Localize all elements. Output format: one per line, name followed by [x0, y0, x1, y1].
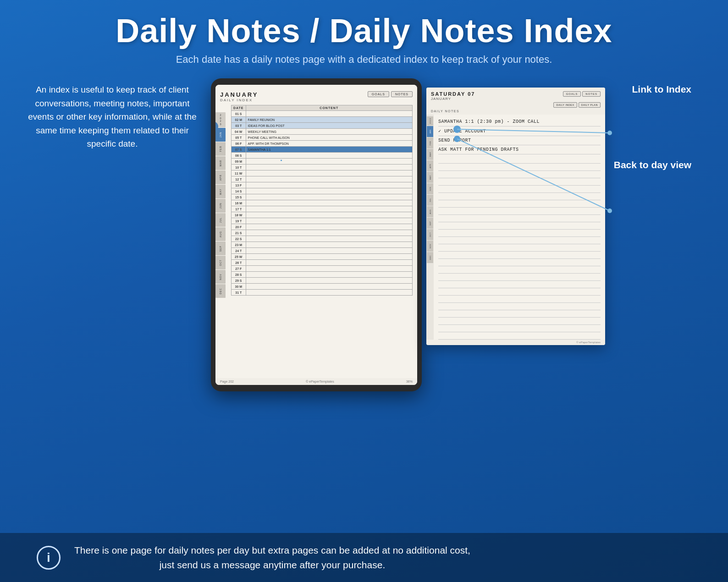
table-row[interactable]: 12 T [232, 176, 413, 182]
blank-line [438, 259, 601, 266]
table-row[interactable]: 18 W [232, 212, 413, 218]
table-row[interactable]: 16 M [232, 200, 413, 206]
blank-line [438, 288, 601, 296]
header: Daily Notes / Daily Notes Index Each dat… [0, 0, 728, 70]
notes-month-nov[interactable]: NOV [427, 241, 433, 252]
notes-month-dec[interactable]: DEC [427, 252, 433, 263]
goals-button[interactable]: GOALS [368, 91, 389, 97]
content-cell: PHONE CALL WITH ALISON [246, 135, 412, 141]
blank-line [438, 332, 601, 340]
content-cell: WEEKLY MEETING [246, 129, 412, 135]
table-row[interactable]: 17 T [232, 206, 413, 212]
date-col-header: DATE [232, 105, 246, 111]
blank-line [438, 252, 601, 259]
table-row[interactable]: 09 M [232, 159, 413, 165]
blank-line [438, 296, 601, 303]
table-row[interactable]: 31 T [232, 290, 413, 296]
table-row[interactable]: 02 MFAMILY REUNION [232, 117, 413, 123]
date-cell: 01 S [232, 111, 246, 117]
month-feb[interactable]: FEB [215, 142, 226, 156]
content-cell [246, 290, 412, 296]
notes-month-jan[interactable]: JAN [427, 126, 433, 137]
content-cell [246, 182, 412, 188]
main-content: An index is useful to keep track of clie… [0, 70, 728, 391]
page-number: Page 202 [220, 380, 234, 383]
month-jun[interactable]: JUN [215, 199, 226, 213]
blank-line [438, 230, 601, 237]
table-row[interactable]: 04 WWEEKLY MEETING [232, 129, 413, 135]
notes-copyright: © ePaperTemplates [426, 340, 605, 345]
notes-button[interactable]: NOTES [391, 91, 413, 97]
table-row[interactable]: 06 FAPP. WITH DR THOMPSON [232, 141, 413, 147]
left-description: An index is useful to keep track of clie… [28, 78, 197, 150]
date-cell: 21 S [232, 230, 246, 236]
notes-notes-btn[interactable]: NOTES [582, 91, 601, 97]
table-row[interactable]: 21 S [232, 230, 413, 236]
content-cell [246, 284, 412, 290]
blank-line [438, 310, 601, 318]
table-row[interactable]: 24 T [232, 248, 413, 254]
month-nov[interactable]: NOV [215, 270, 226, 284]
date-cell: 10 T [232, 165, 246, 170]
table-row[interactable]: 03 TIDEAS FOR BLOG POST [232, 123, 413, 129]
table-row[interactable]: 08 S [232, 153, 413, 159]
table-row[interactable]: 11 W [232, 170, 413, 176]
month-apr[interactable]: APR [215, 170, 226, 184]
notes-blank-lines [434, 156, 605, 340]
table-row[interactable]: 26 T [232, 260, 413, 266]
table-row[interactable]: 19 T [232, 218, 413, 224]
table-row[interactable]: 27 F [232, 266, 413, 272]
table-row[interactable]: 07 SSAMANTHA 1:1 [232, 147, 413, 153]
di-month: JANUARY [220, 91, 258, 98]
notes-date-block: SATURDAY 07 JANUARY [431, 91, 475, 101]
daily-plan-btn[interactable]: DAILY PLAN [579, 102, 601, 108]
table-row[interactable]: 15 S [232, 194, 413, 200]
notes-month-jul[interactable]: JUL [427, 195, 433, 206]
table-row[interactable]: 14 S [232, 188, 413, 194]
notes-month-mar[interactable]: MAR [427, 149, 433, 160]
month-may[interactable]: MAY [215, 185, 226, 198]
table-row[interactable]: 25 W [232, 254, 413, 260]
table-row[interactable]: 30 M [232, 284, 413, 290]
month-jul[interactable]: JUL [215, 213, 226, 227]
notes-month-apr[interactable]: APR [427, 160, 433, 171]
notes-month-sep[interactable]: SEP [427, 218, 433, 229]
month-sep[interactable]: SEP [215, 242, 226, 255]
notes-goals-btn[interactable]: GOALS [563, 91, 581, 97]
table-row[interactable]: 22 S [232, 236, 413, 242]
month-mar[interactable]: MAR [215, 156, 226, 170]
table-row[interactable]: 28 S [232, 272, 413, 278]
notes-month-may[interactable]: MAY [427, 172, 433, 183]
blank-line [438, 164, 601, 171]
content-cell: FAMILY REUNION [246, 117, 412, 123]
notes-month-aug[interactable]: AUG [427, 206, 433, 217]
notes-month-jun[interactable]: JUN [427, 183, 433, 194]
table-row[interactable]: 01 S [232, 111, 413, 117]
table-row[interactable]: 23 M [232, 242, 413, 248]
table-row[interactable]: 29 S [232, 278, 413, 284]
table-row[interactable]: 20 F [232, 224, 413, 230]
notes-month-feb[interactable]: FEB [427, 137, 433, 148]
blank-line [438, 281, 601, 288]
table-row[interactable]: 13 F [232, 182, 413, 188]
content-cell [246, 111, 412, 117]
side-nav: 2023 JAN FEB MAR APR MAY JUN JUL AUG SEP… [215, 112, 226, 297]
month-oct[interactable]: OCT [215, 256, 226, 269]
daily-index-btn[interactable]: DAILY INDEX [553, 102, 577, 108]
tablet-device: ▶ JANUARY DAILY INDEX GOALS NOTES [211, 78, 422, 391]
date-cell: 14 S [232, 188, 246, 194]
month-dec[interactable]: DEC [215, 284, 226, 298]
content-cell [246, 242, 412, 248]
table-row[interactable]: 05 TPHONE CALL WITH ALISON [232, 135, 413, 141]
blank-line [438, 178, 601, 186]
content-cell [246, 165, 412, 170]
notes-month-oct[interactable]: OCT [427, 229, 433, 240]
month-aug[interactable]: AUG [215, 227, 226, 241]
date-cell: 05 T [232, 135, 246, 141]
date-cell: 17 T [232, 206, 246, 212]
table-row[interactable]: 10 T [232, 165, 413, 170]
content-cell [246, 170, 412, 176]
di-buttons: GOALS NOTES [368, 91, 413, 97]
bottom-bar: i There is one page for daily notes per … [0, 533, 728, 582]
date-cell: 03 T [232, 123, 246, 129]
